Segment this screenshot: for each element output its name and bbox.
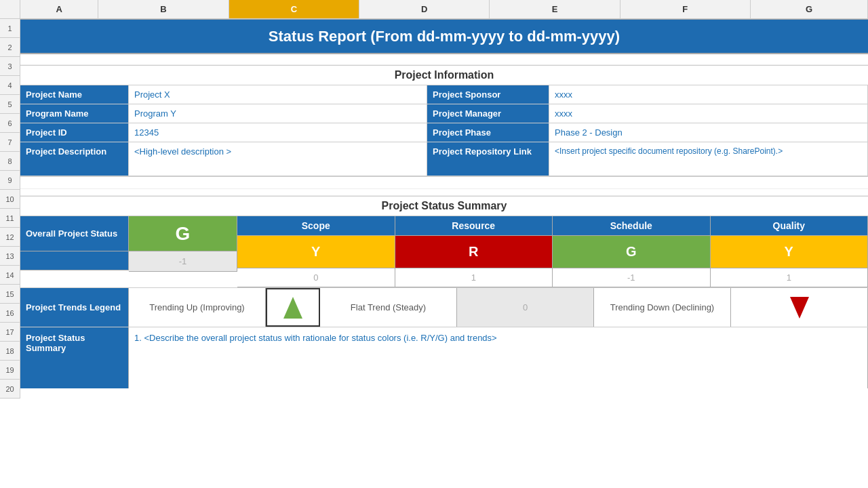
overall-status-block: Overall Project Status G -1 xyxy=(20,216,237,287)
resource-header: Resource xyxy=(395,216,553,236)
legend-label: Project Trends Legend xyxy=(20,288,129,327)
down-arrow-icon xyxy=(789,296,810,320)
status-column-values: Y R G Y xyxy=(237,236,868,268)
sheet-body: 1 2 3 4 5 6 7 8 9 10 11 12 13 14 15 16 1… xyxy=(0,19,868,399)
status-summary-text-row: Project Status Summary 1. <Describe the … xyxy=(20,327,868,388)
col-f[interactable]: F xyxy=(620,0,751,18)
status-summary-header: Project Status Summary xyxy=(20,196,868,216)
col-e[interactable]: E xyxy=(490,0,620,18)
program-name-label: Program Name xyxy=(20,104,129,123)
legend-flat-trend: Flat Trend (Steady) xyxy=(320,288,457,327)
spacer-2 xyxy=(20,177,868,189)
overall-status-trend: -1 xyxy=(129,251,237,272)
schedule-trend: -1 xyxy=(553,268,711,287)
project-info-label: Project Information xyxy=(395,69,494,81)
status-column-headers: Scope Resource Schedule Quality xyxy=(237,216,868,236)
program-name-value[interactable]: Program Y xyxy=(129,104,427,123)
col-g[interactable]: G xyxy=(751,0,868,18)
row-16: 16 xyxy=(0,304,20,323)
svg-marker-1 xyxy=(790,297,809,319)
col-d[interactable]: D xyxy=(359,0,490,18)
report-title-row: Status Report (From dd-mm-yyyy to dd-mm-… xyxy=(20,19,868,54)
quality-trend: 1 xyxy=(711,268,869,287)
row-2: 2 xyxy=(0,38,20,57)
legend-row: Project Trends Legend Trending Up (Impro… xyxy=(20,288,868,327)
svg-marker-0 xyxy=(283,297,302,319)
project-manager-label: Project Manager xyxy=(427,104,549,123)
status-columns: Scope Resource Schedule Quality Y xyxy=(237,216,868,287)
project-id-label: Project ID xyxy=(20,123,129,142)
row-19: 19 xyxy=(0,361,20,380)
row-7: 7 xyxy=(0,133,20,152)
row-11: 11 xyxy=(0,209,20,228)
status-column-trends: 0 1 -1 1 xyxy=(237,268,868,287)
col-b[interactable]: B xyxy=(98,0,229,18)
row-6: 6 xyxy=(0,114,20,133)
row-12: 12 xyxy=(0,228,20,247)
row-13: 13 xyxy=(0,247,20,266)
row-5: 5 xyxy=(0,95,20,114)
project-name-value[interactable]: Project X xyxy=(129,85,427,104)
project-sponsor-value[interactable]: xxxx xyxy=(549,85,868,104)
project-manager-value[interactable]: xxxx xyxy=(549,104,868,123)
legend-trending-up: Trending Up (Improving) xyxy=(129,288,266,327)
overall-status-value: G xyxy=(129,216,237,251)
status-summary-label: Project Status Summary xyxy=(382,200,507,212)
row-numbers: 1 2 3 4 5 6 7 8 9 10 11 12 13 14 15 16 1… xyxy=(0,19,20,399)
project-desc-label: Project Description xyxy=(20,142,129,176)
status-summary-text-content[interactable]: 1. <Describe the overall project status … xyxy=(129,327,868,388)
status-summary-grid: Overall Project Status G -1 S xyxy=(20,216,868,288)
legend-down-arrow xyxy=(731,288,868,327)
project-name-label: Project Name xyxy=(20,85,129,104)
schedule-value: G xyxy=(553,236,711,268)
row-1: 1 xyxy=(0,19,20,38)
quality-header: Quality xyxy=(711,216,869,236)
row-15: 15 xyxy=(0,285,20,304)
row-3: 3 xyxy=(0,57,20,76)
schedule-header: Schedule xyxy=(553,216,711,236)
scope-header: Scope xyxy=(237,216,395,236)
sheet-content: Status Report (From dd-mm-yyyy to dd-mm-… xyxy=(20,19,868,399)
legend-trending-down: Trending Down (Declining) xyxy=(594,288,731,327)
col-c[interactable]: C xyxy=(229,0,359,18)
project-id-value[interactable]: 12345 xyxy=(129,123,427,142)
scope-value: Y xyxy=(237,236,395,268)
quality-value: Y xyxy=(711,236,869,268)
project-phase-label: Project Phase xyxy=(427,123,549,142)
legend-flat-text: Flat Trend (Steady) xyxy=(351,302,426,312)
project-repo-value[interactable]: <Insert project specific document reposi… xyxy=(549,142,868,176)
up-arrow-icon xyxy=(282,296,304,320)
resource-trend: 1 xyxy=(395,268,553,287)
row-14: 14 xyxy=(0,266,20,285)
project-info-grid: Project Name Project X Project Sponsor x… xyxy=(20,85,868,177)
row-17: 17 xyxy=(0,323,20,342)
col-a[interactable]: A xyxy=(20,0,98,18)
project-sponsor-label: Project Sponsor xyxy=(427,85,549,104)
row-9: 9 xyxy=(0,171,20,190)
column-headers: A B C D E F G xyxy=(0,0,868,19)
row-num-spacer xyxy=(0,0,20,18)
row-18: 18 xyxy=(0,342,20,361)
row-4: 4 xyxy=(0,76,20,95)
legend-up-text: Trending Up (Improving) xyxy=(149,302,244,312)
scope-trend: 0 xyxy=(237,268,395,287)
blank-spacer-1 xyxy=(20,54,868,65)
row-10: 10 xyxy=(0,190,20,209)
project-info-header: Project Information xyxy=(20,65,868,85)
legend-flat-value: 0 xyxy=(457,288,594,327)
project-desc-value[interactable]: <High-level description > xyxy=(129,142,427,176)
row-20: 20 xyxy=(0,380,20,399)
row-8: 8 xyxy=(0,152,20,171)
legend-down-text: Trending Down (Declining) xyxy=(610,302,714,312)
legend-up-arrow xyxy=(266,288,320,327)
project-repo-label: Project Repository Link xyxy=(427,142,549,176)
report-title: Status Report (From dd-mm-yyyy to dd-mm-… xyxy=(269,28,620,45)
resource-value: R xyxy=(395,236,553,268)
status-summary-text-label: Project Status Summary xyxy=(20,327,129,388)
spacer-3 xyxy=(20,189,868,196)
project-phase-value[interactable]: Phase 2 - Design xyxy=(549,123,868,142)
overall-status-label: Overall Project Status xyxy=(20,216,129,251)
